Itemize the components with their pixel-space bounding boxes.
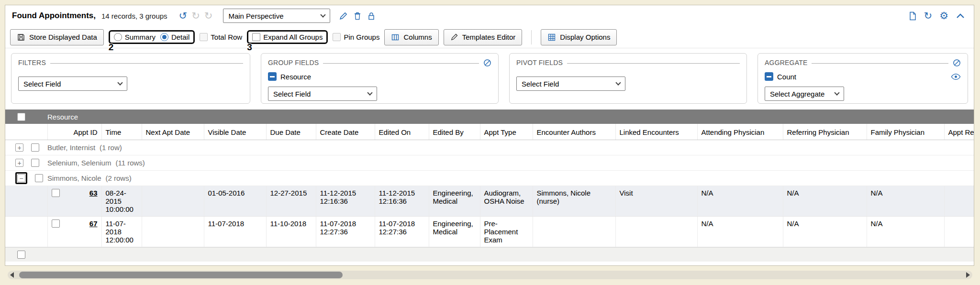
group-bar-label: Resource [47,113,78,121]
cell-referring-physician: N/A [783,186,867,217]
detail-radio[interactable] [160,33,168,41]
templates-editor-button[interactable]: Templates Editor [444,29,523,45]
cell-appt-re [944,217,974,247]
toolbar-divider [531,30,532,44]
scroll-right-arrow-icon[interactable] [966,272,970,278]
column-header-edited-on[interactable]: Edited On [375,124,429,140]
pencil-icon [450,33,458,41]
resource-group-bar: Resource [5,110,974,124]
appt-id-link[interactable]: 63 [89,189,98,197]
cell-family-physician: N/A [867,217,944,247]
annotation-box-1: 1 [15,172,27,184]
display-options-button[interactable]: Display Options [541,29,617,45]
column-header-appt-type[interactable]: Appt Type [480,124,533,140]
expand-group-icon[interactable] [15,159,23,167]
cell-visible-date: 01-05-2016 [204,186,266,217]
collapse-group-icon[interactable] [17,174,25,182]
perspective-select[interactable]: Main Perspective [223,9,330,23]
column-header-referring-physician[interactable]: Referring Physician [783,124,867,140]
group-field-select[interactable]: Select Field [268,87,377,101]
eye-icon[interactable] [951,73,961,80]
group-checkbox[interactable] [35,174,43,182]
cell-referring-physician: N/A [783,217,867,247]
column-header-visible-date[interactable]: Visible Date [204,124,266,140]
column-header-time[interactable]: Time [101,124,142,140]
cell-appt-re [944,186,974,217]
filters-field-select[interactable]: Select Field [18,77,127,91]
column-header-appt-id[interactable]: Appt ID [47,124,101,140]
horizontal-scrollbar[interactable] [8,271,972,279]
cell-appt-type: Pre-Placement Exam [480,217,533,247]
group-count: (1 row) [100,143,122,152]
aggregate-rule [812,63,948,64]
grid-icon [547,33,556,42]
edit-perspective-icon[interactable] [339,11,348,21]
count-aggregate-remove-icon[interactable] [765,72,773,81]
column-header-row: Appt ID Time Next Apt Date Visible Date … [5,124,974,140]
column-header-linked-encounters[interactable]: Linked Encounters [615,124,697,140]
clear-group-fields-icon[interactable] [483,59,491,67]
store-displayed-data-button[interactable]: Store Displayed Data [10,29,104,45]
chevron-down-icon [367,90,372,95]
scroll-left-arrow-icon[interactable] [10,272,14,278]
chevron-down-icon [117,80,122,85]
expand-all-groups-checkbox[interactable] [252,33,260,41]
pin-groups-checkbox[interactable] [333,33,341,41]
cell-appt-id: 67 [47,217,101,247]
cell-appt-type: Audiogram, OSHA Noise [480,186,533,217]
gear-icon[interactable]: ⚙ [939,11,948,21]
cell-time: 08-24-2015 10:00:00 [101,186,142,217]
group-name: Simmons, Nicole [47,174,101,182]
annotation-number-3: 3 [247,42,252,53]
summary-radio[interactable] [114,33,122,41]
cell-appt-id: 63 [47,186,101,217]
pivot-fields-panel: PIVOT FIELDS Select Field [509,53,747,104]
group-checkbox[interactable] [31,143,39,152]
group-row-butler: Butler, Internist(1 row) [5,140,974,155]
total-row-checkbox[interactable] [200,33,208,41]
perspective-value: Main Perspective [228,12,283,20]
table-row: 63 08-24-2015 10:00:00 01-05-2016 12-27-… [5,186,974,217]
header-bar: Found Appointments, 14 records, 3 groups… [5,5,974,26]
refresh-icon[interactable]: ↻ [924,11,933,21]
reset-icon[interactable]: ↻ [204,11,213,21]
group-fields-title: GROUP FIELDS [268,59,319,66]
group-checkbox[interactable] [31,159,39,167]
delete-perspective-icon[interactable] [353,11,362,21]
column-header-appt-re[interactable]: Appt Re [944,124,974,140]
scrollbar-thumb[interactable] [19,272,343,278]
cell-next-apt-date [142,186,204,217]
undo-icon[interactable]: ↺ [179,11,188,21]
column-header-edited-by[interactable]: Edited By [429,124,480,140]
filters-title: FILTERS [18,59,46,66]
row-checkbox[interactable] [52,189,60,197]
column-header-family-physician[interactable]: Family Physician [867,124,944,140]
aggregate-select[interactable]: Select Aggregate [765,87,844,101]
cell-family-physician: N/A [867,186,944,217]
column-header-encounter-authors[interactable]: Encounter Authors [533,124,615,140]
document-icon[interactable] [908,11,917,21]
table-row: 67 11-07-2018 12:00:00 11-07-2018 11-10-… [5,217,974,247]
select-all-checkbox[interactable] [17,113,25,121]
footer-checkbox[interactable] [17,251,25,259]
column-header-next-apt-date[interactable]: Next Apt Date [142,124,204,140]
columns-button[interactable]: Columns [384,29,438,45]
column-header-due-date[interactable]: Due Date [266,124,316,140]
row-checkbox[interactable] [52,219,60,228]
collapse-panel-icon[interactable] [956,12,965,19]
group-row-simmons: 1 Simmons, Nicole(2 rows) [5,171,974,186]
cell-edited-on: 11-07-2018 12:27:36 [375,217,429,247]
column-header-create-date[interactable]: Create Date [316,124,375,140]
expand-group-icon[interactable] [15,143,23,152]
clear-aggregate-icon[interactable] [953,59,961,67]
column-header-attending-physician[interactable]: Attending Physician [697,124,783,140]
lock-icon[interactable] [367,11,376,21]
pivot-field-select[interactable]: Select Field [516,77,625,91]
resource-field-remove-icon[interactable] [268,72,277,81]
appt-id-link[interactable]: 67 [89,219,98,228]
cell-edited-on: 11-12-2015 12:16:36 [375,186,429,217]
group-name: Selenium, Selenium [47,159,111,167]
columns-icon [391,33,400,42]
cell-encounter-authors [533,217,615,247]
redo-icon[interactable]: ↻ [191,11,200,21]
